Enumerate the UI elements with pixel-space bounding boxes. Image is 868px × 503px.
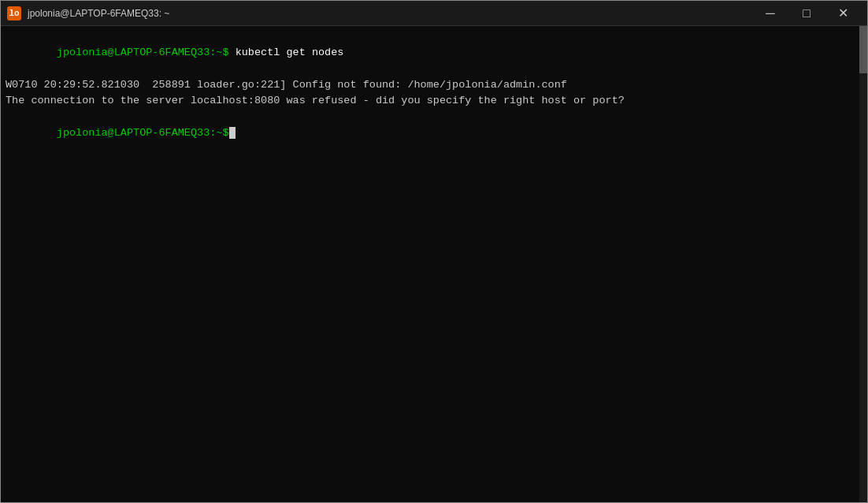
prompt-2: jpolonia@LAPTOP-6FAMEQ33:~$ [57, 127, 229, 139]
scrollbar[interactable] [859, 26, 867, 502]
title-bar-controls: ─ □ ✕ [752, 1, 861, 26]
app-icon: lo [7, 6, 21, 20]
terminal-window: lo jpolonia@LAPTOP-6FAMEQ33: ~ ─ □ ✕ jpo… [0, 0, 868, 503]
terminal-line-3: The connection to the server localhost:8… [6, 93, 853, 109]
restore-button[interactable]: □ [788, 1, 825, 26]
scrollbar-thumb[interactable] [859, 26, 867, 73]
title-bar-left: lo jpolonia@LAPTOP-6FAMEQ33: ~ [7, 6, 169, 20]
terminal-line-4: jpolonia@LAPTOP-6FAMEQ33:~$ [6, 109, 853, 157]
window-title: jpolonia@LAPTOP-6FAMEQ33: ~ [28, 8, 169, 19]
terminal-line-2: W0710 20:29:52.821030 258891 loader.go:2… [6, 77, 853, 93]
terminal-content: jpolonia@LAPTOP-6FAMEQ33:~$ kubectl get … [6, 29, 862, 157]
cursor [229, 127, 236, 139]
title-bar: lo jpolonia@LAPTOP-6FAMEQ33: ~ ─ □ ✕ [1, 1, 867, 26]
prompt-1: jpolonia@LAPTOP-6FAMEQ33:~$ [57, 47, 229, 58]
terminal-line-1: jpolonia@LAPTOP-6FAMEQ33:~$ kubectl get … [6, 29, 853, 77]
minimize-button[interactable]: ─ [752, 1, 788, 26]
command-1: kubectl get nodes [229, 47, 344, 58]
close-button[interactable]: ✕ [825, 1, 861, 26]
app-icon-text: lo [9, 9, 19, 18]
terminal-body[interactable]: jpolonia@LAPTOP-6FAMEQ33:~$ kubectl get … [1, 26, 867, 502]
